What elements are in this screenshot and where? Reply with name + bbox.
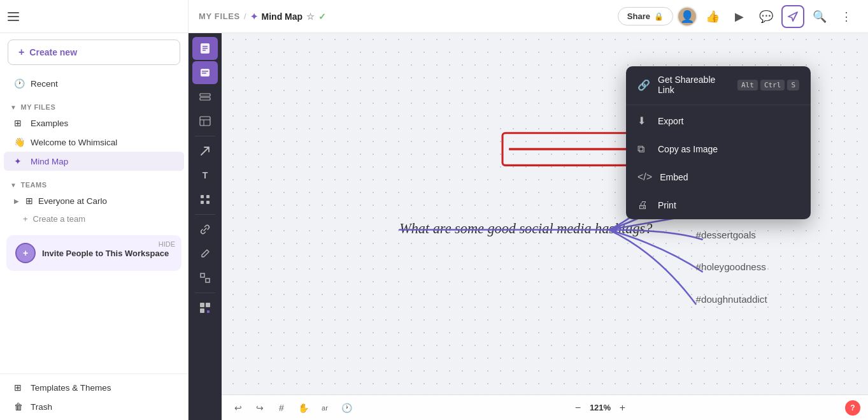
star-icon[interactable]: ☆ xyxy=(306,11,315,22)
main-area: MY FILES / ✦ Mind Map ☆ ✓ Share 🔒 👤 👍 ▶ … xyxy=(189,0,868,420)
bottom-toolbar: ↩ ↪ # ✋ ar 🕐 − 121% + ? xyxy=(222,395,868,420)
svg-rect-6 xyxy=(202,73,206,74)
hide-button[interactable]: HIDE xyxy=(159,240,175,248)
embed-label: Embed xyxy=(660,172,799,182)
tool-arrow[interactable] xyxy=(192,140,218,163)
breadcrumb: MY FILES / ✦ Mind Map ☆ ✓ xyxy=(199,11,613,22)
breadcrumb-parent[interactable]: MY FILES xyxy=(199,11,240,21)
plus-icon: + xyxy=(18,47,24,58)
redo-button[interactable]: ↪ xyxy=(251,399,269,417)
templates-label: Templates & Themes xyxy=(31,383,111,393)
teams-label: TEAMS xyxy=(20,181,46,189)
node-6: #doughnutaddict xyxy=(696,294,768,305)
history-button[interactable]: 🕐 xyxy=(338,399,355,417)
dropdown-embed[interactable]: </> Embed xyxy=(626,163,811,191)
left-toolpanel: T xyxy=(189,33,222,420)
teams-section: ▼ TEAMS ▶ ⊞ Everyone at Carlo + Create a… xyxy=(0,173,188,230)
recent-icon: 🕐 xyxy=(14,78,25,89)
everyone-label: Everyone at Carlo xyxy=(38,196,107,206)
comment-button[interactable]: 💬 xyxy=(755,5,778,28)
zoom-in-button[interactable]: + xyxy=(615,400,630,416)
svg-rect-9 xyxy=(200,117,210,126)
share-button[interactable]: Share 🔒 xyxy=(618,7,673,25)
tool-table[interactable] xyxy=(192,110,218,133)
tool-text[interactable]: T xyxy=(192,164,218,187)
create-team-button[interactable]: + Create a team xyxy=(0,210,188,228)
menu-icon[interactable] xyxy=(8,12,19,21)
kbd-s: S xyxy=(787,80,799,91)
invite-text: Invite People to This Workspace xyxy=(42,249,173,258)
avatar-image: 👤 xyxy=(680,10,694,24)
zoom-out-button[interactable]: − xyxy=(571,400,586,416)
help-button[interactable]: ? xyxy=(845,400,860,416)
sidebar-item-trash[interactable]: 🗑 Trash xyxy=(4,397,184,416)
dropdown-get-link[interactable]: 🔗 Get Shareable Link Alt Ctrl S xyxy=(626,66,811,103)
svg-rect-18 xyxy=(200,303,204,307)
dropdown-copy-image[interactable]: ⧉ Copy as Image xyxy=(626,135,811,163)
bottom-nav: ⊞ Templates & Themes 🗑 Trash xyxy=(0,373,188,420)
mindmap-icon: ✦ xyxy=(14,156,25,166)
svg-rect-15 xyxy=(206,201,210,204)
invite-banner: + Invite People to This Workspace HIDE xyxy=(6,235,181,271)
tool-frame[interactable] xyxy=(192,266,218,289)
toolbar-actions: Share 🔒 👤 👍 ▶ 💬 🔍 ⋮ xyxy=(618,5,858,28)
more-options-button[interactable]: ⋮ xyxy=(835,5,858,28)
undo-button[interactable]: ↩ xyxy=(229,399,247,417)
avatar[interactable]: 👤 xyxy=(677,6,697,27)
share-send-button[interactable] xyxy=(781,5,804,28)
get-link-label: Get Shareable Link xyxy=(658,75,730,95)
hand-tool-button[interactable]: ✋ xyxy=(294,399,312,417)
tool-apps[interactable] xyxy=(192,188,218,211)
sidebar-item-recent[interactable]: 🕐 Recent xyxy=(4,74,184,93)
hashtag-button[interactable]: # xyxy=(273,399,290,417)
tool-link[interactable] xyxy=(192,218,218,241)
teams-header: ▼ TEAMS xyxy=(0,176,188,191)
tool-flow[interactable] xyxy=(192,85,218,108)
dropdown-export[interactable]: ⬇ Export xyxy=(626,106,811,135)
trash-icon: 🗑 xyxy=(14,402,25,412)
top-toolbar: MY FILES / ✦ Mind Map ☆ ✓ Share 🔒 👤 👍 ▶ … xyxy=(189,0,868,33)
examples-label: Examples xyxy=(31,119,68,128)
create-new-button[interactable]: + Create new xyxy=(8,40,180,65)
copy-image-icon: ⧉ xyxy=(637,143,650,155)
sidebar: + Create new 🕐 Recent ▼ MY FILES ⊞ Examp… xyxy=(0,0,189,420)
tool-select[interactable] xyxy=(192,37,218,60)
copy-image-label: Copy as Image xyxy=(658,144,799,154)
export-icon: ⬇ xyxy=(637,115,650,127)
svg-rect-17 xyxy=(206,279,210,282)
export-label: Export xyxy=(658,116,799,126)
tool-pen[interactable] xyxy=(192,242,218,265)
invite-avatar: + xyxy=(15,243,36,263)
sidebar-item-everyone[interactable]: ▶ ⊞ Everyone at Carlo xyxy=(4,191,184,210)
team-icon: ⊞ xyxy=(25,196,33,206)
sidebar-item-mindmap[interactable]: ✦ Mind Map xyxy=(4,152,184,171)
search-button[interactable]: 🔍 xyxy=(808,5,831,28)
svg-rect-13 xyxy=(206,195,210,198)
tool-card[interactable] xyxy=(192,61,218,84)
mind-map-label: Mind Map xyxy=(31,157,68,166)
sidebar-item-templates[interactable]: ⊞ Templates & Themes xyxy=(4,378,184,397)
thumbs-up-button[interactable]: 👍 xyxy=(701,5,724,28)
share-dropdown: 🔗 Get Shareable Link Alt Ctrl S ⬇ Export… xyxy=(626,66,811,219)
shortcuts: Alt Ctrl S xyxy=(737,80,799,91)
sidebar-item-examples[interactable]: ⊞ Examples xyxy=(4,113,184,133)
welcome-label: Welcome to Whimsical xyxy=(31,138,117,147)
recent-section: 🕐 Recent xyxy=(0,71,188,96)
dropdown-print[interactable]: 🖨 Print xyxy=(626,191,811,219)
bottom-bar-left: ↩ ↪ # ✋ ar 🕐 xyxy=(229,399,355,417)
svg-rect-3 xyxy=(203,50,206,51)
cursor-button[interactable]: ar xyxy=(316,399,334,417)
svg-rect-21 xyxy=(207,310,210,313)
present-button[interactable]: ▶ xyxy=(728,5,751,28)
kbd-alt: Alt xyxy=(737,80,758,91)
tool-separator-1 xyxy=(195,136,215,136)
node-5: #holeygoodness xyxy=(696,261,767,272)
canvas-area[interactable]: T xyxy=(189,33,868,420)
dropdown-sep-1 xyxy=(626,105,811,105)
kbd-ctrl: Ctrl xyxy=(760,80,785,91)
embed-icon: </> xyxy=(637,171,652,183)
sidebar-item-welcome[interactable]: 👋 Welcome to Whimsical xyxy=(4,133,184,152)
tool-more[interactable] xyxy=(192,296,218,319)
svg-rect-14 xyxy=(201,201,204,204)
recent-label: Recent xyxy=(31,79,58,89)
